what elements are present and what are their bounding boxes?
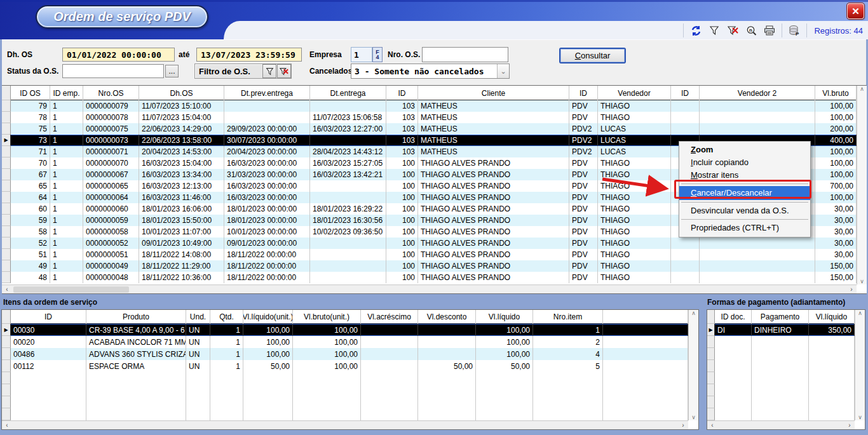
orders-col-header[interactable]: Dh.OS: [139, 86, 224, 100]
close-button[interactable]: ✕: [847, 3, 864, 19]
orders-cell[interactable]: 30/07/2023 00:00:00: [224, 135, 310, 146]
orders-cell[interactable]: 0000000073: [83, 135, 139, 146]
orders-cell[interactable]: 78: [11, 112, 50, 123]
items-cell[interactable]: UN: [186, 324, 210, 336]
orders-cell[interactable]: 100: [386, 215, 418, 226]
orders-cell[interactable]: 100: [386, 272, 418, 283]
items-cell[interactable]: [361, 324, 418, 336]
scroll-up-icon[interactable]: ∧: [689, 310, 699, 316]
orders-cell[interactable]: 09/01/2023 10:49:00: [139, 238, 224, 249]
items-col-header[interactable]: Vl.acréscimo: [361, 310, 418, 324]
items-col-header[interactable]: ID: [11, 310, 86, 324]
dh-os-from-input[interactable]: 01/01/2022 00:00:00: [62, 48, 175, 62]
items-cell[interactable]: 4: [533, 348, 603, 360]
scroll-up-icon[interactable]: ∧: [855, 310, 865, 316]
orders-col-header[interactable]: Dt.entrega: [310, 86, 386, 100]
orders-cell[interactable]: 30,00: [815, 238, 857, 249]
orders-cell[interactable]: 400,00: [815, 135, 857, 146]
filtro-os-filter-button[interactable]: [262, 64, 276, 78]
items-cell[interactable]: [361, 360, 418, 372]
orders-cell[interactable]: 0000000067: [83, 169, 139, 180]
orders-cell[interactable]: [310, 260, 386, 272]
orders-cell[interactable]: PDV: [569, 157, 598, 169]
orders-col-header[interactable]: Dt.prev.entrega: [224, 86, 310, 100]
refresh-icon[interactable]: [689, 24, 702, 37]
orders-row[interactable]: 511000000005118/11/2022 14:08:0018/11/20…: [2, 249, 867, 260]
items-cell[interactable]: [603, 348, 688, 360]
payments-cell[interactable]: DI: [715, 324, 752, 336]
orders-cell[interactable]: 18/01/2023 15:50:00: [139, 215, 224, 226]
orders-cell[interactable]: 1: [50, 157, 83, 169]
items-cell[interactable]: CR-39 BASE 4,00 A 9,00 - 6: [86, 324, 186, 336]
items-hscrollbar[interactable]: ‹›: [2, 420, 688, 429]
orders-cell[interactable]: 1: [50, 169, 83, 180]
orders-cell[interactable]: THIAGO ALVES PRANDO: [418, 238, 569, 249]
empresa-lookup-button[interactable]: F 4: [372, 47, 383, 62]
orders-cell[interactable]: THIAGO ALVES PRANDO: [418, 272, 569, 283]
orders-cell[interactable]: 16/03/2023 13:42:21: [310, 169, 386, 180]
orders-col-header[interactable]: ID: [569, 86, 598, 100]
orders-cell[interactable]: 100: [386, 249, 418, 260]
orders-cell[interactable]: THIAGO: [598, 192, 671, 203]
orders-col-header[interactable]: ID: [671, 86, 700, 100]
orders-row[interactable]: 791000000007911/07/2023 15:10:00103MATHE…: [2, 100, 867, 112]
orders-cell[interactable]: 30,00: [815, 249, 857, 260]
scroll-down-icon[interactable]: ∨: [855, 414, 865, 420]
orders-cell[interactable]: [671, 112, 700, 123]
orders-cell[interactable]: 16/03/2023 11:46:00: [139, 192, 224, 203]
orders-cell[interactable]: 16/03/2023 00:00:00: [224, 192, 310, 203]
orders-row[interactable]: 481000000004818/11/2022 10:36:0018/11/20…: [2, 272, 867, 283]
orders-cell[interactable]: THIAGO: [598, 272, 671, 283]
orders-cell[interactable]: [310, 272, 386, 283]
items-cell[interactable]: 50,00: [418, 360, 476, 372]
orders-cell[interactable]: 0000000079: [83, 100, 139, 112]
items-row[interactable]: 00112ESPACE ORMAUN150,00100,0050,0050,00…: [2, 360, 698, 372]
items-cell[interactable]: 100,00: [293, 324, 361, 336]
items-cell[interactable]: [603, 360, 688, 372]
orders-cell[interactable]: 16/03/2023 12:27:00: [310, 123, 386, 135]
orders-cell[interactable]: 70: [11, 157, 50, 169]
items-cell[interactable]: ADVANS 360 STYLIS CRIZA: [86, 348, 186, 360]
orders-cell[interactable]: 60: [11, 203, 50, 215]
orders-cell[interactable]: 100,00: [815, 157, 857, 169]
orders-cell[interactable]: [671, 123, 700, 135]
orders-row[interactable]: 781000000007811/07/2023 15:04:0011/07/20…: [2, 112, 867, 123]
orders-cell[interactable]: 10/01/2023 00:00:00: [224, 226, 310, 238]
orders-cell[interactable]: 52: [11, 238, 50, 249]
scroll-down-icon[interactable]: ∨: [857, 278, 867, 284]
orders-cell[interactable]: 100: [386, 260, 418, 272]
orders-cell[interactable]: LUCAS: [598, 135, 671, 146]
scroll-left-icon[interactable]: ‹: [2, 422, 12, 429]
orders-cell[interactable]: [700, 100, 815, 112]
orders-cell[interactable]: 100: [386, 157, 418, 169]
orders-col-header[interactable]: Nro.OS: [83, 86, 139, 100]
dh-os-to-input[interactable]: 13/07/2023 23:59:59: [196, 48, 302, 62]
orders-cell[interactable]: 1: [50, 226, 83, 238]
orders-cell[interactable]: 100,00: [815, 169, 857, 180]
orders-cell[interactable]: 100,00: [815, 146, 857, 157]
orders-vscrollbar[interactable]: ∧∨: [857, 86, 867, 284]
print-icon[interactable]: [763, 24, 776, 37]
orders-cell[interactable]: 20/04/2023 14:53:00: [139, 146, 224, 157]
orders-cell[interactable]: THIAGO: [598, 226, 671, 238]
orders-cell[interactable]: PDV: [569, 226, 598, 238]
orders-cell[interactable]: 20/04/2023 00:00:00: [224, 146, 310, 157]
scroll-left-icon[interactable]: ‹: [707, 422, 717, 429]
orders-cell[interactable]: 11/07/2023 15:10:00: [139, 100, 224, 112]
payments-row[interactable]: ▶DIDINHEIRO350,00: [707, 324, 865, 336]
scroll-right-icon[interactable]: ›: [846, 286, 857, 293]
orders-cell[interactable]: 150,00: [815, 260, 857, 272]
database-icon[interactable]: P: [788, 24, 801, 37]
orders-cell[interactable]: THIAGO: [598, 249, 671, 260]
orders-cell[interactable]: THIAGO ALVES PRANDO: [418, 169, 569, 180]
orders-cell[interactable]: PDV: [569, 215, 598, 226]
orders-cell[interactable]: THIAGO ALVES PRANDO: [418, 180, 569, 192]
orders-cell[interactable]: 58: [11, 226, 50, 238]
orders-cell[interactable]: PDV: [569, 249, 598, 260]
orders-cell[interactable]: 18/11/2022 14:08:00: [139, 249, 224, 260]
orders-cell[interactable]: 103: [386, 123, 418, 135]
items-col-header[interactable]: Nro.item: [533, 310, 603, 324]
orders-cell[interactable]: 103: [386, 112, 418, 123]
orders-cell[interactable]: 100,00: [815, 192, 857, 203]
items-cell[interactable]: [418, 348, 476, 360]
